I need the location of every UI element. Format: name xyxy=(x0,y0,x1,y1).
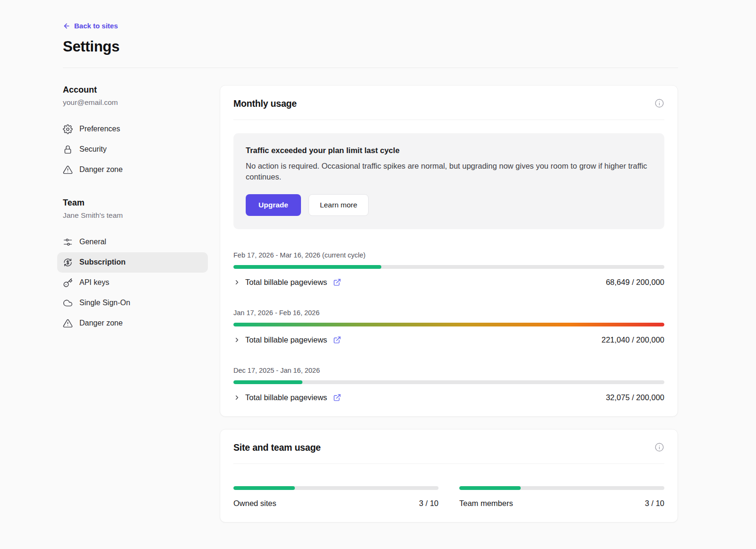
external-link-icon[interactable] xyxy=(333,278,341,286)
settings-sidebar: Account your@email.com Preferences Secur… xyxy=(63,85,208,334)
pageviews-label: Total billable pageviews xyxy=(245,278,327,287)
account-email: your@email.com xyxy=(63,98,208,107)
monthly-usage-title: Monthly usage xyxy=(233,98,297,109)
external-link-icon[interactable] xyxy=(333,336,341,344)
sidebar-item-preferences[interactable]: Preferences xyxy=(57,119,208,139)
page-title: Settings xyxy=(63,38,678,55)
usage-progress-fill xyxy=(233,323,664,326)
chevron-right-icon xyxy=(233,336,241,343)
info-icon[interactable] xyxy=(654,98,664,108)
usage-progress-bar xyxy=(233,380,664,384)
owned-sites-progress-bar xyxy=(233,486,438,490)
account-section-title: Account xyxy=(63,85,208,95)
team-name: Jane Smith's team xyxy=(63,211,208,220)
sidebar-item-single-sign-on[interactable]: Single Sign-On xyxy=(57,293,208,313)
subscription-icon xyxy=(63,257,73,267)
account-nav: Preferences Security Danger zone xyxy=(63,119,208,180)
traffic-alert: Traffic exceeded your plan limit last cy… xyxy=(233,133,664,230)
team-members-progress-fill xyxy=(459,486,521,490)
owned-sites-meter: Owned sites 3 / 10 xyxy=(233,480,438,508)
back-link-label: Back to sites xyxy=(74,22,118,30)
sidebar-item-label: Danger zone xyxy=(79,165,123,174)
sidebar-item-label: Single Sign-On xyxy=(79,299,130,307)
settings-main: Monthly usage Traffic exceeded your plan… xyxy=(220,85,678,523)
sidebar-item-general[interactable]: General xyxy=(57,232,208,252)
cycle-period: Dec 17, 2025 - Jan 16, 2026 xyxy=(233,367,664,374)
learn-more-button[interactable]: Learn more xyxy=(309,194,369,216)
sidebar-item-danger-zone-team[interactable]: Danger zone xyxy=(57,313,208,334)
monthly-usage-card: Monthly usage Traffic exceeded your plan… xyxy=(220,85,678,417)
site-team-usage-title: Site and team usage xyxy=(233,442,321,453)
sidebar-item-danger-zone-account[interactable]: Danger zone xyxy=(57,160,208,180)
owned-sites-value: 3 / 10 xyxy=(419,499,438,508)
alert-body: No action is required. Occasional traffi… xyxy=(246,161,652,183)
cloud-icon xyxy=(63,298,73,308)
pageviews-value: 68,649 / 200,000 xyxy=(606,278,664,287)
usage-cycle-previous: Jan 17, 2026 - Feb 16, 2026 Total billab… xyxy=(233,309,664,344)
team-nav: General Subscription API keys xyxy=(63,232,208,334)
sidebar-item-label: Danger zone xyxy=(79,319,123,327)
warning-icon xyxy=(63,318,73,328)
card-divider xyxy=(233,120,664,120)
owned-sites-progress-fill xyxy=(233,486,295,490)
usage-cycle-older: Dec 17, 2025 - Jan 16, 2026 Total billab… xyxy=(233,367,664,402)
alert-title: Traffic exceeded your plan limit last cy… xyxy=(246,146,652,155)
usage-cycle-current: Feb 17, 2026 - Mar 16, 2026 (current cyc… xyxy=(233,251,664,287)
sidebar-item-label: Preferences xyxy=(79,125,120,133)
team-members-meter: Team members 3 / 10 xyxy=(459,480,664,508)
sidebar-item-label: API keys xyxy=(79,278,109,287)
team-section-title: Team xyxy=(63,198,208,208)
sidebar-item-label: Subscription xyxy=(79,258,126,266)
pageviews-label: Total billable pageviews xyxy=(245,335,327,344)
chevron-right-icon xyxy=(233,279,241,286)
info-icon[interactable] xyxy=(654,442,664,452)
upgrade-button[interactable]: Upgrade xyxy=(246,194,301,216)
team-members-label: Team members xyxy=(459,499,513,508)
back-to-sites-link[interactable]: Back to sites xyxy=(63,22,118,30)
settings-page: Back to sites Settings Account your@emai… xyxy=(0,0,756,541)
cycle-period: Feb 17, 2026 - Mar 16, 2026 (current cyc… xyxy=(233,251,664,259)
warning-icon xyxy=(63,165,73,175)
usage-progress-bar xyxy=(233,323,664,326)
pageviews-value: 221,040 / 200,000 xyxy=(601,335,664,344)
key-icon xyxy=(63,278,73,288)
sidebar-item-label: General xyxy=(79,238,106,246)
chevron-right-icon xyxy=(233,394,241,401)
site-team-usage-card: Site and team usage Owned sites 3 / 10 xyxy=(220,429,678,523)
sidebar-item-security[interactable]: Security xyxy=(57,139,208,160)
sidebar-item-subscription[interactable]: Subscription xyxy=(57,252,208,273)
cycle-period: Jan 17, 2026 - Feb 16, 2026 xyxy=(233,309,664,317)
sliders-icon xyxy=(63,237,73,247)
pageviews-expander[interactable]: Total billable pageviews xyxy=(233,393,341,402)
team-members-value: 3 / 10 xyxy=(645,499,664,508)
arrow-left-icon xyxy=(63,22,70,30)
lock-icon xyxy=(63,145,73,154)
header-divider xyxy=(63,68,678,68)
owned-sites-label: Owned sites xyxy=(233,499,276,508)
sidebar-item-label: Security xyxy=(79,145,107,154)
pageviews-expander[interactable]: Total billable pageviews xyxy=(233,335,341,344)
card-divider xyxy=(233,463,664,464)
team-members-progress-bar xyxy=(459,486,664,490)
external-link-icon[interactable] xyxy=(333,394,341,402)
usage-progress-fill xyxy=(233,380,302,384)
gear-icon xyxy=(63,124,73,134)
pageviews-label: Total billable pageviews xyxy=(245,393,327,402)
usage-progress-fill xyxy=(233,265,381,269)
sidebar-spacer xyxy=(63,180,208,198)
sidebar-item-api-keys[interactable]: API keys xyxy=(57,273,208,293)
usage-progress-bar xyxy=(233,265,664,269)
pageviews-expander[interactable]: Total billable pageviews xyxy=(233,278,341,287)
pageviews-value: 32,075 / 200,000 xyxy=(606,393,664,402)
